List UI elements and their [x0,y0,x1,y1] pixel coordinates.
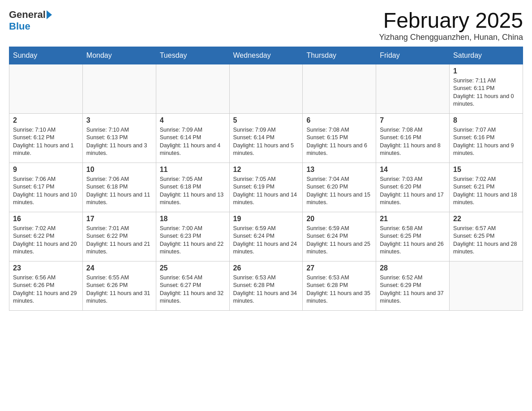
day-info: Sunrise: 6:53 AM Sunset: 6:28 PM Dayligh… [306,274,372,305]
day-info: Sunrise: 7:10 AM Sunset: 6:13 PM Dayligh… [86,126,152,158]
month-title: February 2025 [379,9,523,33]
day-header-monday: Monday [82,47,156,64]
day-info: Sunrise: 7:06 AM Sunset: 6:17 PM Dayligh… [13,176,79,207]
page-header: General Blue February 2025 Yizhang Cheng… [9,9,523,42]
day-info: Sunrise: 7:09 AM Sunset: 6:14 PM Dayligh… [233,126,299,158]
day-number: 20 [306,215,372,223]
day-number: 2 [13,116,79,124]
calendar-day-cell [9,64,83,113]
day-number: 19 [233,215,299,223]
calendar-day-cell [303,64,376,113]
day-number: 1 [453,67,519,75]
day-info: Sunrise: 7:02 AM Sunset: 6:22 PM Dayligh… [13,225,79,256]
day-number: 26 [233,264,299,272]
calendar-day-cell: 15Sunrise: 7:02 AM Sunset: 6:21 PM Dayli… [450,163,523,212]
calendar-week-row: 9Sunrise: 7:06 AM Sunset: 6:17 PM Daylig… [9,163,523,212]
day-info: Sunrise: 6:59 AM Sunset: 6:24 PM Dayligh… [306,225,372,256]
calendar-day-cell: 2Sunrise: 7:10 AM Sunset: 6:12 PM Daylig… [9,113,83,163]
day-info: Sunrise: 6:56 AM Sunset: 6:26 PM Dayligh… [13,274,79,305]
day-info: Sunrise: 7:05 AM Sunset: 6:19 PM Dayligh… [233,176,299,207]
day-info: Sunrise: 7:10 AM Sunset: 6:12 PM Dayligh… [13,126,79,158]
calendar-day-cell: 22Sunrise: 6:57 AM Sunset: 6:25 PM Dayli… [450,212,523,261]
day-number: 22 [453,215,519,223]
day-info: Sunrise: 6:52 AM Sunset: 6:29 PM Dayligh… [380,274,446,305]
title-section: February 2025 Yizhang Chengguanzhen, Hun… [379,9,523,42]
calendar-day-cell: 7Sunrise: 7:08 AM Sunset: 6:16 PM Daylig… [376,113,450,163]
calendar-day-cell: 16Sunrise: 7:02 AM Sunset: 6:22 PM Dayli… [9,212,83,261]
day-info: Sunrise: 7:07 AM Sunset: 6:16 PM Dayligh… [453,126,519,158]
day-info: Sunrise: 6:59 AM Sunset: 6:24 PM Dayligh… [233,225,299,256]
day-info: Sunrise: 7:11 AM Sunset: 6:11 PM Dayligh… [453,77,519,108]
calendar-day-cell [82,64,156,113]
day-number: 28 [380,264,446,272]
logo-general-text: General [9,9,46,21]
calendar-day-cell: 23Sunrise: 6:56 AM Sunset: 6:26 PM Dayli… [9,261,83,310]
day-number: 14 [380,166,446,174]
day-info: Sunrise: 7:02 AM Sunset: 6:21 PM Dayligh… [453,176,519,207]
day-number: 5 [233,116,299,124]
calendar-day-cell: 11Sunrise: 7:05 AM Sunset: 6:18 PM Dayli… [156,163,229,212]
calendar-day-cell: 21Sunrise: 6:58 AM Sunset: 6:25 PM Dayli… [376,212,450,261]
day-header-wednesday: Wednesday [229,47,303,64]
calendar-day-cell: 13Sunrise: 7:04 AM Sunset: 6:20 PM Dayli… [303,163,376,212]
day-number: 24 [86,264,152,272]
day-number: 9 [13,166,79,174]
calendar-day-cell: 12Sunrise: 7:05 AM Sunset: 6:19 PM Dayli… [229,163,303,212]
day-number: 27 [306,264,372,272]
calendar-day-cell: 4Sunrise: 7:09 AM Sunset: 6:14 PM Daylig… [156,113,229,163]
day-info: Sunrise: 6:57 AM Sunset: 6:25 PM Dayligh… [453,225,519,256]
calendar-day-cell: 1Sunrise: 7:11 AM Sunset: 6:11 PM Daylig… [450,64,523,113]
day-header-tuesday: Tuesday [156,47,229,64]
calendar-day-cell: 27Sunrise: 6:53 AM Sunset: 6:28 PM Dayli… [303,261,376,310]
day-info: Sunrise: 7:08 AM Sunset: 6:15 PM Dayligh… [306,126,372,158]
day-info: Sunrise: 6:53 AM Sunset: 6:28 PM Dayligh… [233,274,299,305]
calendar-day-cell: 28Sunrise: 6:52 AM Sunset: 6:29 PM Dayli… [376,261,450,310]
day-number: 7 [380,116,446,124]
logo: General Blue [9,9,52,32]
day-info: Sunrise: 7:09 AM Sunset: 6:14 PM Dayligh… [160,126,226,158]
calendar-day-cell: 9Sunrise: 7:06 AM Sunset: 6:17 PM Daylig… [9,163,83,212]
day-number: 12 [233,166,299,174]
calendar-day-cell: 19Sunrise: 6:59 AM Sunset: 6:24 PM Dayli… [229,212,303,261]
calendar-day-cell [156,64,229,113]
day-header-thursday: Thursday [303,47,376,64]
day-number: 11 [160,166,226,174]
day-number: 13 [306,166,372,174]
calendar-table: SundayMondayTuesdayWednesdayThursdayFrid… [9,47,523,311]
calendar-week-row: 23Sunrise: 6:56 AM Sunset: 6:26 PM Dayli… [9,261,523,310]
calendar-day-cell: 26Sunrise: 6:53 AM Sunset: 6:28 PM Dayli… [229,261,303,310]
day-info: Sunrise: 7:06 AM Sunset: 6:18 PM Dayligh… [86,176,152,207]
day-number: 16 [13,215,79,223]
day-number: 23 [13,264,79,272]
calendar-day-cell: 14Sunrise: 7:03 AM Sunset: 6:20 PM Dayli… [376,163,450,212]
calendar-day-cell: 3Sunrise: 7:10 AM Sunset: 6:13 PM Daylig… [82,113,156,163]
calendar-day-cell: 6Sunrise: 7:08 AM Sunset: 6:15 PM Daylig… [303,113,376,163]
calendar-header-row: SundayMondayTuesdayWednesdayThursdayFrid… [9,47,523,64]
calendar-day-cell [229,64,303,113]
calendar-day-cell [376,64,450,113]
calendar-day-cell: 5Sunrise: 7:09 AM Sunset: 6:14 PM Daylig… [229,113,303,163]
day-header-friday: Friday [376,47,450,64]
logo-blue-text: Blue [9,21,30,32]
calendar-day-cell: 20Sunrise: 6:59 AM Sunset: 6:24 PM Dayli… [303,212,376,261]
day-info: Sunrise: 7:08 AM Sunset: 6:16 PM Dayligh… [380,126,446,158]
day-info: Sunrise: 7:01 AM Sunset: 6:22 PM Dayligh… [86,225,152,256]
day-number: 3 [86,116,152,124]
day-info: Sunrise: 6:55 AM Sunset: 6:26 PM Dayligh… [86,274,152,305]
day-number: 18 [160,215,226,223]
day-number: 6 [306,116,372,124]
day-number: 4 [160,116,226,124]
calendar-week-row: 1Sunrise: 7:11 AM Sunset: 6:11 PM Daylig… [9,64,523,113]
calendar-day-cell: 17Sunrise: 7:01 AM Sunset: 6:22 PM Dayli… [82,212,156,261]
location-text: Yizhang Chengguanzhen, Hunan, China [379,33,523,42]
day-number: 25 [160,264,226,272]
calendar-day-cell: 18Sunrise: 7:00 AM Sunset: 6:23 PM Dayli… [156,212,229,261]
day-number: 10 [86,166,152,174]
day-info: Sunrise: 6:54 AM Sunset: 6:27 PM Dayligh… [160,274,226,305]
day-number: 8 [453,116,519,124]
calendar-week-row: 16Sunrise: 7:02 AM Sunset: 6:22 PM Dayli… [9,212,523,261]
day-number: 17 [86,215,152,223]
calendar-day-cell: 24Sunrise: 6:55 AM Sunset: 6:26 PM Dayli… [82,261,156,310]
day-info: Sunrise: 7:03 AM Sunset: 6:20 PM Dayligh… [380,176,446,207]
calendar-day-cell: 10Sunrise: 7:06 AM Sunset: 6:18 PM Dayli… [82,163,156,212]
